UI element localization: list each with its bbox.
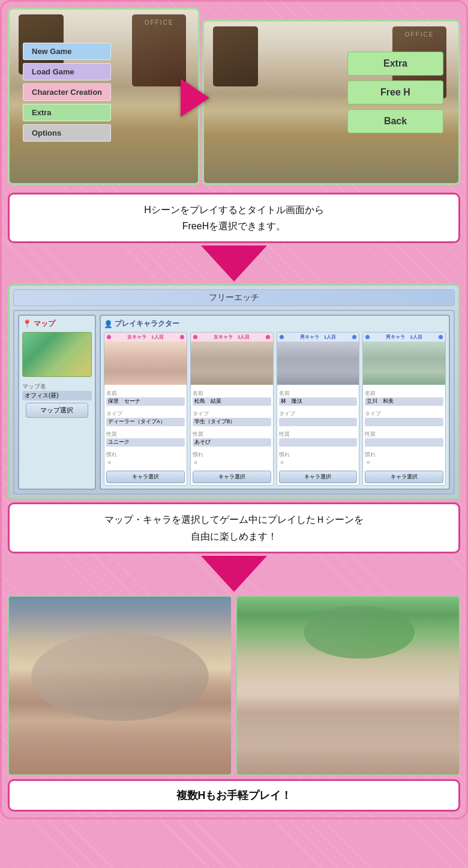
char-nature-value-f1: ユニーク bbox=[106, 438, 185, 447]
info-text-1-line1: Hシーンをプレイするとタイトル画面から bbox=[144, 205, 324, 215]
dot-f1-right bbox=[180, 335, 184, 339]
char-select-btn-f1[interactable]: キャラ選択 bbox=[106, 471, 185, 483]
char-header-f2: 女キャラ 2人目 bbox=[191, 333, 273, 342]
char-photo-f1 bbox=[104, 342, 187, 385]
char-select-btn-m1[interactable]: キャラ選択 bbox=[279, 471, 358, 483]
map-panel-title: 📍 マップ bbox=[22, 319, 92, 329]
char-habit-value-f1: ○ bbox=[106, 459, 185, 466]
left-menu: New Game Load Game Character Creation Ex… bbox=[23, 43, 111, 142]
info-box-1: Hシーンをプレイするとタイトル画面から FreeHを選択できます。 bbox=[8, 193, 460, 243]
menu-item-options[interactable]: Options bbox=[23, 124, 111, 142]
info-box-3: 複数Hもお手軽プレイ！ bbox=[8, 779, 460, 812]
char-label-m1: 男キャラ 1人目 bbox=[300, 334, 336, 340]
dot-f2-right bbox=[266, 335, 270, 339]
right-menu: Extra Free H Back bbox=[347, 52, 443, 133]
map-select-button[interactable]: マップ選択 bbox=[26, 403, 88, 418]
info-box-2: マップ・キャラを選択してゲーム中にプレイしたＨシーンを 自由に楽しめます！ bbox=[8, 502, 460, 553]
top-screenshots-container: OFFICE New Game Load Game Character Crea… bbox=[8, 8, 460, 188]
chars-row: 女キャラ 1人目 名前 保里 セーナ タイプ ディーラー（タイプA） 性質 ユニ… bbox=[104, 332, 446, 486]
char-type-label-f1: タイプ bbox=[106, 411, 122, 417]
page-wrapper: OFFICE New Game Load Game Character Crea… bbox=[8, 8, 460, 812]
menu-item-extra-right[interactable]: Extra bbox=[347, 52, 443, 76]
char-nature-label-f2: 性質 bbox=[193, 431, 203, 437]
char-nature-value-m1 bbox=[279, 438, 358, 447]
dot-m2-left bbox=[365, 335, 370, 339]
char-habit-label-f1: 慣れ bbox=[106, 451, 117, 457]
char-type-label-f2: タイプ bbox=[193, 411, 209, 417]
menu-item-newgame[interactable]: New Game bbox=[23, 43, 111, 60]
info-text-2-line1: マップ・キャラを選択してゲーム中にプレイしたＨシーンを bbox=[104, 514, 364, 525]
chars-panel-title: 👤 プレイキャラクター bbox=[104, 319, 446, 329]
char-fields-f2: 名前 松鳥 結菜 タイプ 学生（タイプB） 性質 あそび 慣れ ○ bbox=[191, 385, 273, 469]
char-card-f2: 女キャラ 2人目 名前 松鳥 結菜 タイプ 学生（タイプB） 性質 あそび bbox=[190, 332, 274, 486]
char-name-label-m2: 名前 bbox=[365, 390, 376, 396]
char-nature-value-m2 bbox=[365, 438, 443, 447]
chars-panel: 👤 プレイキャラクター 女キャラ 1人目 bbox=[100, 315, 450, 490]
char-select-btn-m2[interactable]: キャラ選択 bbox=[365, 471, 443, 483]
info-text-2-line2: 自由に楽しめます！ bbox=[191, 531, 277, 541]
office-label-left: OFFICE bbox=[145, 19, 174, 26]
char-card-m1: 男キャラ 1人目 名前 林 隆汰 タイプ 性質 bbox=[277, 332, 360, 486]
char-fields-m2: 名前 立川 和美 タイプ 性質 慣れ ○ bbox=[363, 385, 445, 469]
office-label-right: OFFICE bbox=[405, 31, 434, 38]
char-habit-label-f2: 慣れ bbox=[193, 451, 203, 457]
char-fields-f1: 名前 保里 セーナ タイプ ディーラー（タイプA） 性質 ユニーク 慣れ ○ bbox=[104, 385, 187, 469]
map-name-value: オフィス(昼) bbox=[22, 391, 92, 400]
char-select-btn-f2[interactable]: キャラ選択 bbox=[193, 471, 271, 483]
screenshot-left: OFFICE New Game Load Game Character Crea… bbox=[8, 8, 200, 185]
freeh-inner: 📍 マップ マップ名 オフィス(昼) マップ選択 👤 プレイキャラクター bbox=[13, 310, 455, 495]
char-name-value-m1: 林 隆汰 bbox=[279, 397, 358, 406]
char-habit-label-m2: 慣れ bbox=[365, 451, 376, 457]
dot-m2-right bbox=[439, 335, 443, 339]
dot-m1-right bbox=[352, 335, 356, 339]
char-nature-label-m1: 性質 bbox=[279, 431, 290, 437]
char-nature-label-f1: 性質 bbox=[106, 431, 117, 437]
char-habit-value-m2: ○ bbox=[365, 459, 443, 466]
final-text: 複数Hもお手軽プレイ！ bbox=[176, 789, 292, 801]
char-type-value-m2 bbox=[365, 418, 443, 426]
char-photo-m1 bbox=[277, 342, 359, 385]
char-type-value-f1: ディーラー（タイプA） bbox=[106, 418, 185, 426]
char-name-value-f1: 保里 セーナ bbox=[106, 397, 185, 406]
bottom-screenshots bbox=[8, 595, 460, 776]
char-type-label-m2: タイプ bbox=[365, 411, 381, 417]
screenshot-right: OFFICE Extra Free H Back bbox=[202, 20, 460, 185]
char-label-m2: 男キャラ 2人目 bbox=[386, 334, 422, 340]
dot-f2-left bbox=[193, 335, 197, 339]
char-photo-m2 bbox=[363, 342, 445, 385]
map-thumbnail bbox=[22, 332, 92, 377]
person-icon: 👤 bbox=[104, 320, 113, 328]
bottom-screenshot-right bbox=[236, 595, 460, 776]
char-name-value-m2: 立川 和美 bbox=[365, 397, 443, 406]
char-fields-m1: 名前 林 隆汰 タイプ 性質 慣れ ○ bbox=[277, 385, 359, 469]
char-label-f2: 女キャラ 2人目 bbox=[214, 334, 250, 340]
char-header-m1: 男キャラ 1人目 bbox=[277, 333, 359, 342]
char-name-value-f2: 松鳥 結菜 bbox=[193, 397, 271, 406]
menu-item-back[interactable]: Back bbox=[347, 109, 443, 133]
char-habit-label-m1: 慣れ bbox=[279, 451, 290, 457]
menu-item-loadgame[interactable]: Load Game bbox=[23, 63, 111, 80]
char-header-m2: 男キャラ 2人目 bbox=[363, 333, 445, 342]
freeh-title-bar: フリーエッチ bbox=[13, 289, 455, 306]
menu-item-extra[interactable]: Extra bbox=[23, 104, 111, 121]
char-name-label-f1: 名前 bbox=[106, 390, 117, 396]
arrow-right-icon bbox=[181, 79, 209, 117]
freeh-section: フリーエッチ 📍 マップ マップ名 オフィス(昼) マップ選択 👤 bbox=[8, 284, 460, 500]
char-habit-value-m1: ○ bbox=[279, 459, 358, 466]
dot-m1-left bbox=[280, 335, 284, 339]
char-label-f1: 女キャラ 1人目 bbox=[127, 334, 163, 340]
down-arrow-1 bbox=[8, 246, 460, 282]
char-type-value-m1 bbox=[279, 418, 358, 426]
char-card-f1: 女キャラ 1人目 名前 保里 セーナ タイプ ディーラー（タイプA） 性質 ユニ… bbox=[104, 332, 187, 486]
map-panel: 📍 マップ マップ名 オフィス(昼) マップ選択 bbox=[18, 315, 96, 490]
bottom-screenshot-left bbox=[8, 595, 232, 776]
char-header-f1: 女キャラ 1人目 bbox=[104, 333, 187, 342]
char-habit-value-f2: ○ bbox=[193, 459, 271, 466]
menu-item-freeh[interactable]: Free H bbox=[347, 80, 443, 104]
info-text-1-line2: FreeHを選択できます。 bbox=[182, 221, 286, 231]
char-type-value-f2: 学生（タイプB） bbox=[193, 418, 271, 426]
char-nature-label-m2: 性質 bbox=[365, 431, 376, 437]
char-nature-value-f2: あそび bbox=[193, 438, 271, 447]
map-name-label: マップ名 bbox=[22, 383, 46, 390]
menu-item-charcreate[interactable]: Character Creation bbox=[23, 83, 111, 101]
